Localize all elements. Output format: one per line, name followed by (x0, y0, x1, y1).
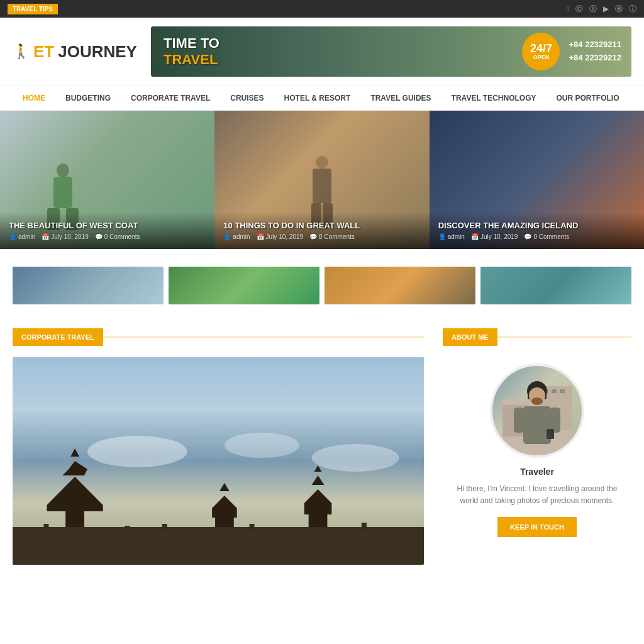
nav-link-technology[interactable]: TRAVEL TECHNOLOGY (441, 86, 547, 110)
svg-rect-25 (162, 524, 167, 530)
thumb-3[interactable] (325, 267, 475, 304)
logo-et: ET (33, 42, 54, 62)
about-me-card: Traveler Hi there, I'm Vincent. I love t… (443, 357, 631, 543)
svg-marker-16 (212, 496, 237, 518)
hero-item-1[interactable]: THE BEAUTIFUL OF WEST COAT 👤 admin 📅 Jul… (0, 111, 214, 249)
svg-rect-5 (313, 169, 331, 203)
hero-date-3: 📅 July 10, 2019 (471, 233, 518, 240)
hero-item-2[interactable]: 10 THINGS TO DO IN GREAT WALL 👤 admin 📅 … (214, 111, 429, 249)
logo-journey: JOURNEY (58, 42, 137, 62)
nav-link-guides[interactable]: TRAVEL GUIDES (360, 86, 441, 110)
banner: TIME TO TRAVEL 24/7 OPEN +84 22329211 +8… (151, 26, 631, 77)
corporate-travel-label: CORPORATE TRAVEL (13, 328, 103, 346)
svg-marker-17 (219, 483, 230, 491)
main-content: CORPORATE TRAVEL (0, 322, 644, 584)
hero-title-3: DISCOVER THE AMAZING ICELAND (438, 221, 635, 230)
svg-point-8 (87, 436, 187, 467)
svg-marker-19 (304, 489, 332, 514)
banner-travel-text: TRAVEL (164, 52, 219, 68)
corporate-travel-heading: CORPORATE TRAVEL (13, 328, 424, 346)
badge-247-num: 24/7 (530, 43, 552, 54)
nav-item-portfolio[interactable]: OUR PORTFOLIO (547, 86, 630, 110)
left-column: CORPORATE TRAVEL (13, 328, 424, 565)
keep-in-touch-button[interactable]: KEEP IN TOUCH (497, 517, 577, 537)
hero-item-3[interactable]: DISCOVER THE AMAZING ICELAND 👤 admin 📅 J… (430, 111, 644, 249)
banner-time-text: TIME TO (164, 35, 219, 52)
hero-comments-3: 💬 0 Comments (524, 233, 569, 240)
svg-rect-18 (215, 518, 234, 527)
thumb-1[interactable] (13, 267, 164, 304)
nav-link-corporate[interactable]: CORPORATE TRAVEL (121, 86, 220, 110)
hero-comments-1: 💬 0 Comments (95, 233, 140, 240)
youtube-icon[interactable]: ▶ (603, 4, 609, 13)
phone1: +84 22329211 (569, 38, 621, 52)
thumbnail-strip (0, 249, 644, 322)
svg-rect-32 (552, 389, 557, 393)
svg-point-37 (531, 397, 543, 405)
svg-point-10 (312, 444, 399, 472)
hero-comments-2: 💬 0 Comments (309, 233, 355, 240)
hero-meta-2: 👤 admin 📅 July 10, 2019 💬 0 Comments (223, 233, 420, 240)
traveler-label: Traveler (443, 467, 631, 477)
nav-link-budgeting[interactable]: BUDGETING (55, 86, 121, 110)
svg-rect-26 (250, 524, 255, 530)
svg-rect-23 (44, 524, 49, 530)
banner-right: 24/7 OPEN +84 22329211 +84 22329212 (522, 33, 631, 70)
hero-title-1: THE BEAUTIFUL OF WEST COAT (9, 221, 206, 230)
hero-author-2: 👤 admin (223, 233, 250, 240)
twitter-icon[interactable]: ⓒ (575, 4, 583, 14)
skype-icon[interactable]: ⓘ (629, 4, 636, 14)
instagram-icon[interactable]: ⓐ (615, 4, 623, 14)
nav-item-hotel[interactable]: HOTEL & RESORT (274, 86, 361, 110)
travel-tips-badge[interactable]: TRAVEL TIPS (8, 4, 58, 14)
hero-author-1: 👤 admin (9, 233, 35, 240)
nav-link-hotel[interactable]: HOTEL & RESORT (274, 86, 361, 110)
hero-author-3: 👤 admin (438, 233, 465, 240)
about-heading-line (497, 336, 631, 338)
nav-link-home[interactable]: HOME (13, 86, 55, 110)
facebook-icon[interactable]:  (567, 4, 569, 13)
sidebar: ABOUT ME (443, 328, 631, 565)
badge-247: 24/7 OPEN (522, 33, 560, 70)
nav-item-technology[interactable]: TRAVEL TECHNOLOGY (441, 86, 547, 110)
nav-item-cruises[interactable]: CRUISES (220, 86, 274, 110)
nav-link-portfolio[interactable]: OUR PORTFOLIO (547, 86, 630, 110)
hero-overlay-2: 10 THINGS TO DO IN GREAT WALL 👤 admin 📅 … (214, 212, 429, 249)
hero-date-1: 📅 July 10, 2019 (42, 233, 89, 240)
nav-item-corporate[interactable]: CORPORATE TRAVEL (121, 86, 220, 110)
about-me-label: ABOUT ME (443, 328, 497, 346)
svg-rect-22 (309, 514, 328, 527)
about-text: Hi there, I'm Vincent. I love travelling… (443, 483, 631, 507)
svg-rect-41 (547, 429, 554, 439)
pinterest-icon[interactable]: Ⓧ (589, 4, 597, 14)
about-me-heading: ABOUT ME (443, 328, 631, 346)
banner-text: TIME TO TRAVEL (151, 35, 232, 68)
badge-247-open: OPEN (533, 54, 550, 60)
phone2: +84 22329212 (569, 52, 621, 65)
hero-meta-1: 👤 admin 📅 July 10, 2019 💬 0 Comments (9, 233, 206, 240)
corporate-travel-image[interactable] (13, 357, 424, 565)
logo[interactable]: 🚶 ET JOURNEY (13, 42, 138, 62)
hero-grid: THE BEAUTIFUL OF WEST COAT 👤 admin 📅 Jul… (0, 111, 644, 249)
hero-date-2: 📅 July 10, 2019 (257, 233, 304, 240)
svg-rect-15 (65, 511, 84, 527)
thumb-2[interactable] (169, 267, 319, 304)
navigation: HOME BUDGETING CORPORATE TRAVEL CRUISES … (0, 86, 644, 111)
nav-item-budgeting[interactable]: BUDGETING (55, 86, 121, 110)
svg-rect-27 (362, 523, 367, 530)
hero-meta-3: 👤 admin 📅 July 10, 2019 💬 0 Comments (438, 233, 635, 240)
banner-phones: +84 22329211 +84 22329212 (569, 38, 621, 65)
logo-icon: 🚶 (13, 43, 30, 60)
svg-marker-14 (70, 448, 79, 457)
nav-item-home[interactable]: HOME (13, 86, 55, 110)
svg-marker-20 (312, 475, 325, 485)
thumb-4[interactable] (480, 267, 631, 304)
avatar (490, 364, 584, 458)
svg-point-4 (316, 156, 328, 169)
svg-rect-11 (13, 527, 424, 565)
nav-link-cruises[interactable]: CRUISES (220, 86, 274, 110)
top-bar: TRAVEL TIPS  ⓒ Ⓧ ▶ ⓐ ⓘ (0, 0, 644, 18)
nav-item-guides[interactable]: TRAVEL GUIDES (360, 86, 441, 110)
svg-point-0 (57, 164, 69, 177)
svg-rect-24 (125, 526, 130, 531)
